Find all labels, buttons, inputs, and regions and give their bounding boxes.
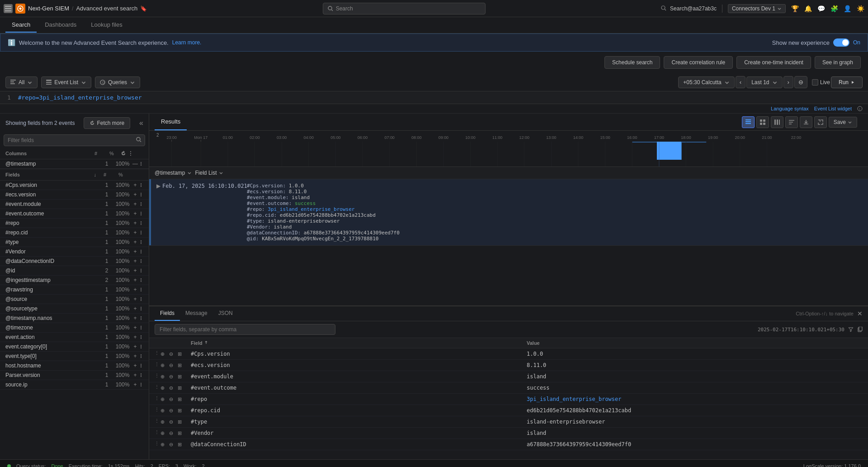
add-field-icon[interactable]: + xyxy=(132,315,139,321)
add-field-icon[interactable]: + xyxy=(132,248,139,255)
sidebar-collapse-button[interactable]: « xyxy=(139,119,143,127)
field-more-icon[interactable] xyxy=(139,192,143,197)
row-drag-handle[interactable]: ⋮ xyxy=(155,396,157,403)
filter-include-icon[interactable]: ⊕ xyxy=(159,350,166,357)
field-col-header[interactable]: Field xyxy=(191,340,527,346)
json-tab[interactable]: JSON xyxy=(213,306,238,321)
fetch-more-button[interactable]: Fetch more xyxy=(84,117,130,129)
add-field-icon[interactable]: + xyxy=(132,210,139,217)
refresh-columns-icon[interactable] xyxy=(121,151,126,156)
add-field-icon[interactable]: + xyxy=(132,201,139,207)
add-field-icon[interactable]: + xyxy=(132,305,139,312)
copy-value-icon[interactable]: ⊞ xyxy=(176,429,183,437)
message-tab[interactable]: Message xyxy=(180,306,213,321)
trophy-icon[interactable]: 🏆 xyxy=(791,5,799,12)
sort-icon[interactable]: ↓ xyxy=(94,172,97,177)
add-field-icon[interactable]: + xyxy=(132,353,139,359)
filter-icon[interactable] xyxy=(848,327,854,332)
field-more-icon[interactable] xyxy=(139,297,143,301)
live-toggle[interactable]: Live xyxy=(812,79,830,86)
create-correlation-button[interactable]: Create correlation rule xyxy=(664,56,733,69)
download-button[interactable] xyxy=(800,116,812,128)
columns-button[interactable] xyxy=(771,116,783,128)
run-button[interactable]: Run xyxy=(831,76,863,88)
all-dropdown[interactable]: All xyxy=(5,76,38,88)
add-field-icon[interactable]: + xyxy=(132,258,139,264)
field-more-icon[interactable] xyxy=(139,230,143,235)
time-next-button[interactable]: › xyxy=(783,76,793,88)
field-more-icon[interactable] xyxy=(139,382,143,387)
fields-tab[interactable]: Fields xyxy=(155,306,180,321)
field-more-icon[interactable] xyxy=(139,335,143,339)
marketplace-icon[interactable]: 🧩 xyxy=(830,5,838,12)
add-field-icon[interactable]: + xyxy=(132,343,139,350)
live-checkbox[interactable] xyxy=(812,79,818,86)
connector-dropdown[interactable]: Connectors Dev 1 xyxy=(728,4,786,13)
row-drag-handle[interactable]: ⋮ xyxy=(155,362,157,369)
field-more-icon[interactable] xyxy=(139,183,143,187)
timeline-chart[interactable]: 2 23:00 Mon 17 01:00 02:00 03:00 04:00 0… xyxy=(149,131,868,167)
event-row[interactable]: ▶ Feb. 17, 2025 16:10:10.021 #Cps.versio… xyxy=(149,179,868,246)
query-editor[interactable]: 1 #repo=3pi_island_enterprise_browser xyxy=(0,91,868,104)
add-field-icon[interactable]: + xyxy=(132,381,139,388)
row-drag-handle[interactable]: ⋮ xyxy=(155,441,157,448)
filter-include-icon[interactable]: ⊕ xyxy=(159,384,166,391)
timezone-dropdown[interactable]: +05:30 Calcutta xyxy=(678,76,734,88)
add-field-icon[interactable]: + xyxy=(132,191,139,198)
see-in-graph-button[interactable]: See in graph xyxy=(815,56,861,69)
filter-include-icon[interactable]: ⊕ xyxy=(159,407,166,414)
event-row-expand-icon[interactable]: ▶ xyxy=(156,183,160,189)
filter-include-icon[interactable]: ⊕ xyxy=(159,429,166,437)
timestamp-remove-icon[interactable]: — xyxy=(132,161,139,167)
filter-exclude-icon[interactable]: ⊖ xyxy=(167,407,175,414)
profile-icon[interactable]: 👤 xyxy=(844,5,851,12)
field-more-icon[interactable] xyxy=(139,373,143,377)
add-field-icon[interactable]: + xyxy=(132,229,139,236)
queries-dropdown[interactable]: Q Queries xyxy=(95,76,140,88)
add-field-icon[interactable]: + xyxy=(132,182,139,188)
row-drag-handle[interactable]: ⋮ xyxy=(155,350,157,357)
chat-icon[interactable]: 💬 xyxy=(817,5,825,12)
copy-value-icon[interactable]: ⊞ xyxy=(176,362,183,369)
bookmark-icon[interactable]: 🔖 xyxy=(140,5,147,12)
event-list-dropdown[interactable]: Event List xyxy=(41,76,91,88)
banner-learn-more-link[interactable]: Learn more. xyxy=(172,39,202,46)
filter-exclude-icon[interactable]: ⊖ xyxy=(167,373,175,380)
row-drag-handle[interactable]: ⋮ xyxy=(155,384,157,391)
page-title[interactable]: Advanced event search xyxy=(76,5,137,12)
create-incident-button[interactable]: Create one-time incident xyxy=(736,56,811,69)
field-more-icon[interactable] xyxy=(139,354,143,358)
results-tab-results[interactable]: Results xyxy=(155,114,187,130)
view-list-button[interactable] xyxy=(742,116,755,128)
field-more-icon[interactable] xyxy=(139,240,143,244)
copy-value-icon[interactable]: ⊞ xyxy=(176,373,183,380)
time-prev-button[interactable]: ‹ xyxy=(736,76,745,88)
expand-button[interactable] xyxy=(814,116,827,128)
field-more-icon[interactable] xyxy=(139,278,143,282)
columns-more-icon[interactable] xyxy=(128,151,133,156)
add-field-icon[interactable]: + xyxy=(132,296,139,302)
filter-include-icon[interactable]: ⊕ xyxy=(159,418,166,425)
copy-icon[interactable] xyxy=(857,327,863,332)
field-value-cell-link[interactable]: 3pi_island_enterprise_browser xyxy=(527,396,863,402)
new-experience-toggle[interactable] xyxy=(833,38,849,47)
theme-icon[interactable]: ☀️ xyxy=(857,5,864,12)
field-list-column-header[interactable]: Field List xyxy=(195,170,223,176)
filter-exclude-icon[interactable]: ⊖ xyxy=(167,396,175,403)
fields-filter-input[interactable] xyxy=(155,324,335,335)
field-more-icon[interactable] xyxy=(139,363,143,368)
filter-include-icon[interactable]: ⊕ xyxy=(159,373,166,380)
save-button[interactable]: Save xyxy=(829,117,857,128)
copy-value-icon[interactable]: ⊞ xyxy=(176,384,183,391)
row-drag-handle[interactable]: ⋮ xyxy=(155,407,157,414)
add-field-icon[interactable]: + xyxy=(132,362,139,369)
filter-exclude-icon[interactable]: ⊖ xyxy=(167,350,175,357)
copy-value-icon[interactable]: ⊞ xyxy=(176,418,183,425)
add-field-icon[interactable]: + xyxy=(132,286,139,293)
timestamp-more-icon[interactable] xyxy=(139,162,143,166)
field-more-icon[interactable] xyxy=(139,287,143,292)
tab-lookup-files[interactable]: Lookup files xyxy=(85,18,128,33)
time-range-dropdown[interactable]: Last 1d xyxy=(746,76,782,88)
filter-include-icon[interactable]: ⊕ xyxy=(159,362,166,369)
bell-icon[interactable]: 🔔 xyxy=(804,5,812,12)
